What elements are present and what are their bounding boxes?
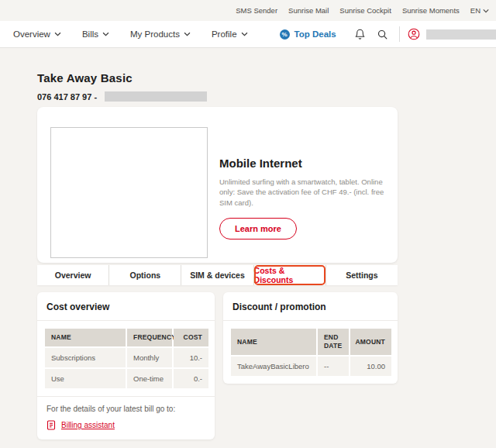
column-header-name: NAME	[231, 329, 316, 355]
product-tabs: Overview Options SIM & devices Costs & D…	[37, 265, 398, 285]
nav-item-profile[interactable]: Profile	[212, 29, 248, 39]
tab-label: Settings	[346, 271, 377, 280]
main-navbar: Overview Bills My Products Profile % Top…	[0, 21, 496, 48]
search-icon[interactable]	[377, 29, 388, 40]
chevron-down-icon	[184, 32, 191, 36]
cost-overview-footer: For the details of your latest bill go t…	[37, 396, 215, 439]
cost-overview-table: NAME FREQUENCY COST Subscriptions Monthl…	[37, 321, 215, 396]
link-sunrise-mail[interactable]: Sunrise Mail	[288, 6, 329, 15]
account-profile-icon[interactable]	[408, 28, 420, 40]
chevron-down-icon	[54, 32, 61, 36]
tab-options[interactable]: Options	[109, 265, 181, 285]
table-cell: --	[318, 357, 349, 376]
divider	[399, 26, 400, 42]
language-label: EN	[470, 6, 480, 15]
phone-number: 076 417 87 97 -	[37, 92, 97, 102]
notifications-bell-icon[interactable]	[354, 29, 366, 40]
table-cell: 10.-	[174, 348, 208, 367]
table-cell: 0.-	[174, 369, 208, 388]
language-selector[interactable]: EN	[470, 6, 489, 15]
nav-item-my-products[interactable]: My Products	[130, 29, 191, 39]
billing-hint-text: For the details of your latest bill go t…	[46, 405, 205, 413]
table-cell: Use	[45, 369, 126, 388]
nav-item-label: Profile	[212, 29, 237, 39]
billing-assistant-label: Billing assistant	[61, 421, 115, 429]
tab-overview[interactable]: Overview	[37, 265, 109, 285]
link-sunrise-cockpit[interactable]: Sunrise Cockpit	[339, 6, 391, 15]
page-title: Take Away Basic	[37, 71, 496, 84]
product-card-body: Mobile Internet Unlimited surfing with a…	[219, 157, 386, 240]
percent-badge-icon: %	[280, 29, 290, 40]
redacted-account-name	[426, 29, 496, 40]
tab-label: SIM & devices	[190, 271, 245, 280]
discount-promotion-panel: Discount / promotion NAME END DATE AMOUN…	[223, 292, 398, 384]
billing-document-icon	[46, 420, 56, 430]
column-header-amount: AMOUNT	[350, 329, 391, 355]
top-deals-label: Top Deals	[294, 29, 336, 39]
utility-bar: SMS Sender Sunrise Mail Sunrise Cockpit …	[0, 0, 496, 21]
navbar-right	[354, 26, 496, 42]
column-header-cost: COST	[174, 329, 208, 346]
product-description: Unlimited surfing with a smartwatch, tab…	[219, 177, 386, 208]
nav-item-label: Overview	[13, 29, 50, 39]
column-header-frequency: FREQUENCY	[127, 329, 172, 346]
sunrise-account-page: SMS Sender Sunrise Mail Sunrise Cockpit …	[0, 0, 496, 448]
nav-item-overview[interactable]: Overview	[13, 29, 61, 39]
nav-item-label: Bills	[82, 29, 98, 39]
tab-label: Overview	[55, 271, 91, 280]
link-sunrise-moments[interactable]: Sunrise Moments	[402, 6, 460, 15]
tab-settings[interactable]: Settings	[326, 265, 398, 285]
table-cell: Subscriptions	[45, 348, 126, 367]
column-header-name: NAME	[45, 329, 126, 346]
learn-more-button[interactable]: Learn more	[219, 218, 297, 240]
chevron-down-icon	[241, 32, 248, 36]
subscriber-line: 076 417 87 97 -	[37, 91, 496, 102]
chevron-down-icon	[483, 9, 489, 13]
tab-label: Costs & Discounts	[254, 266, 326, 284]
billing-assistant-link[interactable]: Billing assistant	[46, 420, 205, 430]
table-cell: TakeAwayBasicLibero	[231, 357, 316, 376]
main-content: Take Away Basic 076 417 87 97 - Mobile I…	[0, 48, 496, 439]
cost-overview-title: Cost overview	[37, 292, 215, 321]
table-cell: One-time	[127, 369, 172, 388]
tab-sim-devices[interactable]: SIM & devices	[181, 265, 253, 285]
link-sms-sender[interactable]: SMS Sender	[236, 6, 277, 15]
nav-item-bills[interactable]: Bills	[82, 29, 109, 39]
chevron-down-icon	[102, 32, 109, 36]
discount-promotion-table: NAME END DATE AMOUNT TakeAwayBasicLibero…	[223, 321, 398, 384]
redacted-subscriber-name	[105, 91, 207, 102]
discount-promotion-title: Discount / promotion	[223, 292, 398, 321]
cost-overview-panel: Cost overview NAME FREQUENCY COST Subscr…	[37, 292, 215, 439]
nav-item-label: My Products	[130, 29, 180, 39]
column-header-end-date: END DATE	[318, 329, 349, 355]
product-card: Mobile Internet Unlimited surfing with a…	[37, 107, 398, 263]
nav-item-top-deals[interactable]: % Top Deals	[280, 29, 336, 40]
table-cell: 10.00	[350, 357, 391, 376]
tab-label: Options	[129, 271, 160, 280]
product-title: Mobile Internet	[219, 157, 386, 170]
product-image-placeholder	[50, 127, 208, 258]
tab-costs-discounts[interactable]: Costs & Discounts	[254, 265, 326, 285]
table-cell: Monthly	[127, 348, 172, 367]
detail-panels: Cost overview NAME FREQUENCY COST Subscr…	[37, 292, 496, 439]
